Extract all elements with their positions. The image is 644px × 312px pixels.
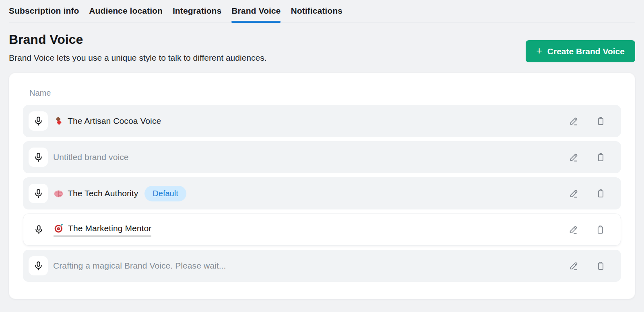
- tab-brand-voice[interactable]: Brand Voice: [231, 6, 281, 22]
- microphone-icon: [29, 256, 48, 275]
- brand-voice-row-artisan-cocoa[interactable]: The Artisan Cocoa Voice: [23, 105, 621, 137]
- brand-voice-list-card: Name The Artisan Cocoa Voice: [9, 73, 635, 299]
- brand-voice-page: Brand Voice Brand Voice lets you use a u…: [0, 32, 644, 299]
- tab-audience-location[interactable]: Audience location: [89, 6, 163, 22]
- microphone-icon: [29, 184, 48, 203]
- chocolate-bar-emoji: [53, 116, 64, 127]
- tab-integrations[interactable]: Integrations: [173, 6, 221, 22]
- edit-button[interactable]: [568, 152, 579, 162]
- name-column-header: Name: [29, 88, 621, 98]
- brand-voice-name: The Tech Authority: [68, 189, 138, 198]
- delete-button[interactable]: [595, 188, 606, 199]
- microphone-icon: [29, 111, 48, 131]
- edit-button[interactable]: [568, 261, 579, 271]
- tab-notifications[interactable]: Notifications: [291, 6, 342, 22]
- brand-voice-name: The Artisan Cocoa Voice: [68, 116, 161, 126]
- create-brand-voice-button[interactable]: + Create Brand Voice: [526, 40, 635, 62]
- edit-button[interactable]: [568, 116, 579, 126]
- brand-voice-row-untitled[interactable]: Untitled brand voice: [23, 141, 621, 173]
- brand-voice-row-marketing-mentor[interactable]: The Marketing Mentor: [23, 213, 621, 246]
- settings-tabbar: Subscription info Audience location Inte…: [9, 0, 635, 23]
- microphone-icon: [29, 148, 48, 167]
- edit-button[interactable]: [568, 188, 579, 199]
- tab-subscription-info[interactable]: Subscription info: [9, 6, 79, 22]
- create-brand-voice-label: Create Brand Voice: [547, 47, 625, 56]
- brand-voice-name: Untitled brand voice: [53, 152, 129, 162]
- page-header: Brand Voice Brand Voice lets you use a u…: [9, 32, 635, 63]
- page-subtitle: Brand Voice lets you use a unique style …: [9, 53, 267, 63]
- microphone-icon: [29, 220, 48, 239]
- brand-voice-name: Crafting a magical Brand Voice. Please w…: [53, 261, 226, 271]
- delete-button[interactable]: [595, 261, 606, 271]
- delete-button[interactable]: [595, 116, 606, 126]
- dartboard-emoji: [54, 223, 64, 234]
- page-title: Brand Voice: [9, 32, 267, 47]
- brand-voice-row-tech-authority[interactable]: The Tech Authority Default: [23, 177, 621, 209]
- default-badge: Default: [144, 186, 186, 201]
- brand-voice-row-generating[interactable]: Crafting a magical Brand Voice. Please w…: [23, 250, 621, 282]
- page-header-text: Brand Voice Brand Voice lets you use a u…: [9, 32, 267, 63]
- delete-button[interactable]: [595, 224, 605, 235]
- brain-emoji: [53, 188, 64, 199]
- brand-voice-name: The Marketing Mentor: [68, 224, 151, 233]
- edit-button[interactable]: [568, 224, 578, 235]
- delete-button[interactable]: [595, 152, 606, 162]
- plus-icon: +: [536, 46, 542, 56]
